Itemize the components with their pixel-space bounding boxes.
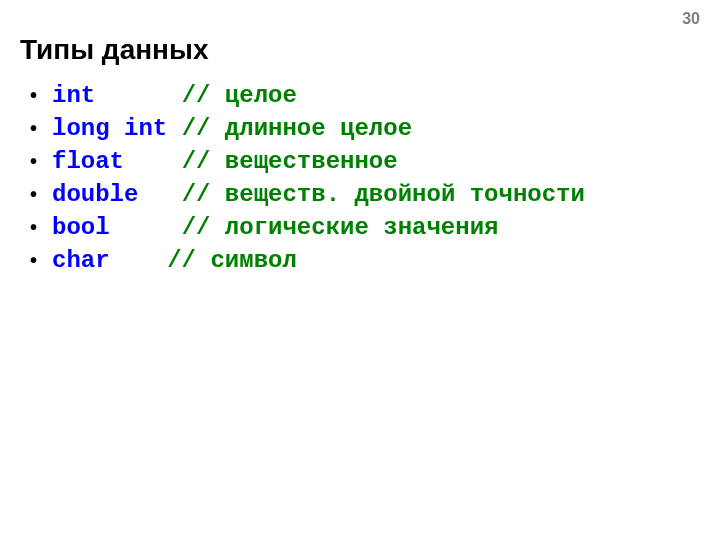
pad [110,214,182,241]
slide: 30 Типы данных • int // целое • long int… [0,0,720,540]
list-item: • int // целое [30,80,585,111]
slide-title: Типы данных [20,34,209,66]
bullet-icon: • [30,146,44,176]
pad [138,181,181,208]
list-item: • double // веществ. двойной точности [30,179,585,210]
type-keyword: char [52,247,110,274]
bullet-icon: • [30,113,44,143]
list-item: • bool // логические значения [30,212,585,243]
list-item: • float // вещественное [30,146,585,177]
bullet-icon: • [30,179,44,209]
type-keyword: float [52,148,124,175]
code-comment: // целое [182,82,297,109]
code-line: float // вещественное [52,147,398,177]
pad [110,247,168,274]
code-comment: // вещественное [182,148,398,175]
type-keyword: long int [52,115,167,142]
code-comment: // символ [167,247,297,274]
code-comment: // веществ. двойной точности [182,181,585,208]
pad [95,82,181,109]
type-keyword: int [52,82,95,109]
type-keyword: double [52,181,138,208]
code-comment: // длинное целое [182,115,412,142]
code-line: int // целое [52,81,297,111]
type-list: • int // целое • long int // длинное цел… [30,78,585,278]
bullet-icon: • [30,245,44,275]
pad [167,115,181,142]
bullet-icon: • [30,80,44,110]
list-item: • long int // длинное целое [30,113,585,144]
type-keyword: bool [52,214,110,241]
list-item: • char // символ [30,245,585,276]
bullet-icon: • [30,212,44,242]
code-line: double // веществ. двойной точности [52,180,585,210]
code-line: bool // логические значения [52,213,498,243]
code-comment: // логические значения [182,214,499,241]
code-line: char // символ [52,246,297,276]
page-number: 30 [682,10,700,28]
code-line: long int // длинное целое [52,114,412,144]
pad [124,148,182,175]
